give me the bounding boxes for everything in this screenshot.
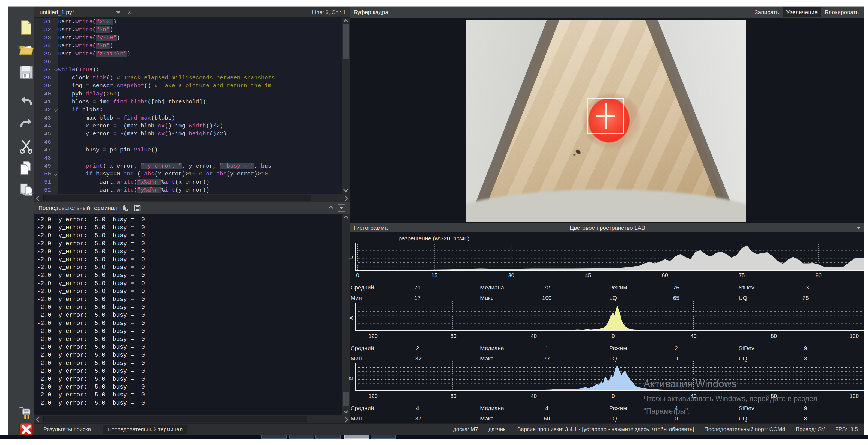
- code-line[interactable]: while(True):: [58, 66, 342, 74]
- histogram-header: Цветовое пространство LAB Гистограмма: [350, 223, 864, 232]
- line-number[interactable]: 51: [34, 178, 58, 186]
- line-number[interactable]: 52: [34, 186, 58, 194]
- open-file-icon[interactable]: [19, 42, 34, 57]
- taskbar-button[interactable]: [315, 435, 341, 439]
- code-line[interactable]: uart.write("y%d\n"%int(y_error)): [58, 186, 342, 194]
- stat-value: 1: [528, 345, 566, 351]
- cut-icon[interactable]: [19, 138, 34, 154]
- save-terminal-icon[interactable]: [133, 204, 141, 213]
- stat-label: Медиана: [480, 405, 504, 411]
- axis-tick: 45: [579, 272, 597, 279]
- tab-serial-terminal[interactable]: Последовательный терминал: [103, 425, 187, 434]
- terminal-hscroll-thumb[interactable]: [43, 416, 307, 422]
- colorspace-dropdown-icon[interactable]: [857, 227, 861, 229]
- line-number[interactable]: 34: [34, 42, 58, 50]
- terminal-header: Последовательный терминал: [34, 202, 350, 214]
- terminal-line: -2.0 y_error: 5.0 busy = 0: [34, 399, 342, 407]
- editor-vscroll-thumb[interactable]: [343, 24, 349, 59]
- code-line[interactable]: [58, 138, 342, 146]
- code-line[interactable]: if busy==0 and ( abs(x_error)>10.0 or ab…: [58, 170, 342, 178]
- stat-value: 17: [398, 295, 437, 301]
- paste-icon[interactable]: [19, 182, 34, 197]
- status-item: Привод: G:/: [796, 426, 825, 433]
- stat-label: Средний: [351, 284, 374, 291]
- tab-search-results[interactable]: Результаты поиска: [39, 425, 95, 434]
- code-line[interactable]: uart.write("x%d\n"%int(x_error)): [58, 178, 342, 186]
- line-number[interactable]: 37: [34, 66, 58, 74]
- copy-icon[interactable]: [19, 160, 34, 176]
- line-number[interactable]: 47: [34, 146, 58, 154]
- taskbar-button[interactable]: [371, 435, 396, 439]
- axis-tick: -40: [523, 393, 542, 399]
- terminal-line: -2.0 y_error: 5.0 busy = 0: [34, 224, 342, 232]
- code-line[interactable]: print( x_error, " y_error: ", y_error, "…: [58, 162, 342, 170]
- code-line[interactable]: [58, 58, 342, 66]
- line-number[interactable]: 43: [34, 114, 58, 122]
- code-line[interactable]: uart.write("\n"): [58, 42, 342, 50]
- tab-dropdown-icon[interactable]: [116, 11, 120, 14]
- status-items: доска: M7датчик:Версия прошивки: 3.4.1 -…: [453, 424, 858, 435]
- editor-vscrollbar[interactable]: [342, 18, 350, 194]
- fold-marker-icon[interactable]: [54, 108, 58, 112]
- code-line[interactable]: uart.write("x10"): [58, 18, 342, 26]
- code-line[interactable]: clock.tick() # Track elapsed millisecond…: [58, 74, 342, 82]
- code-line[interactable]: pyb.delay(250): [58, 90, 342, 98]
- clear-terminal-icon[interactable]: [121, 204, 128, 213]
- code-line[interactable]: x_error = -(max_blob.cx()-img.width()/2): [58, 122, 342, 130]
- toolbar-separator-bottom: [16, 402, 34, 403]
- line-number[interactable]: 50: [34, 170, 58, 178]
- taskbar-button[interactable]: [344, 435, 369, 439]
- code-line[interactable]: busy = p0_pin.value(): [58, 146, 342, 154]
- fb-button-record[interactable]: Записать: [751, 7, 783, 18]
- collapse-terminal-icon[interactable]: [328, 206, 333, 211]
- code-editor[interactable]: uart.write("x10")uart.write("\n")uart.wr…: [58, 18, 342, 194]
- taskbar-button[interactable]: [289, 435, 314, 439]
- fold-marker-icon[interactable]: [54, 68, 58, 71]
- code-line[interactable]: img = sensor.snapshot() # Take a picture…: [58, 82, 342, 90]
- code-line[interactable]: uart.write("\n"): [58, 26, 342, 34]
- line-number[interactable]: 32: [34, 26, 58, 34]
- serial-terminal-output[interactable]: -2.0 y_error: 5.0 busy = 0-2.0 y_error: …: [34, 214, 342, 415]
- terminal-line: -2.0 y_error: 5.0 busy = 0: [34, 256, 342, 263]
- fb-button-disable[interactable]: Блокировать: [821, 7, 862, 18]
- line-number[interactable]: 44: [34, 122, 58, 130]
- line-number[interactable]: 31: [34, 18, 58, 26]
- line-number[interactable]: 40: [34, 90, 58, 98]
- line-number[interactable]: 45: [34, 130, 58, 138]
- code-line[interactable]: [58, 154, 342, 162]
- panel-menu-icon[interactable]: [338, 204, 345, 212]
- terminal-vscroll-thumb[interactable]: [343, 392, 349, 406]
- line-number[interactable]: 33: [34, 34, 58, 42]
- taskbar-button[interactable]: [261, 435, 286, 439]
- fb-button-zoom[interactable]: Увеличение: [783, 7, 822, 18]
- code-line[interactable]: if blobs:: [58, 106, 342, 114]
- terminal-vscrollbar[interactable]: [342, 214, 350, 415]
- save-file-icon[interactable]: [19, 65, 34, 80]
- editor-tab[interactable]: untitled_1.py*: [39, 9, 74, 15]
- redo-icon[interactable]: [19, 117, 34, 132]
- code-line[interactable]: y_error = -(max_blob.cy()-img.height()/2…: [58, 130, 342, 138]
- line-number[interactable]: 48: [34, 154, 58, 162]
- line-number[interactable]: 46: [34, 138, 58, 146]
- code-line[interactable]: blobs = img.find_blobs([obj_threshold]): [58, 98, 342, 106]
- new-file-icon[interactable]: [19, 20, 34, 35]
- code-line[interactable]: max_blob = find_max(blobs): [58, 114, 342, 122]
- connect-icon[interactable]: [19, 405, 34, 420]
- line-number[interactable]: 39: [34, 82, 58, 90]
- line-number[interactable]: 36: [34, 58, 58, 66]
- terminal-hscrollbar[interactable]: [34, 415, 350, 423]
- code-line[interactable]: uart.write("y-50"): [58, 34, 342, 42]
- line-number[interactable]: 42: [34, 106, 58, 114]
- line-number[interactable]: 35: [34, 50, 58, 58]
- code-line[interactable]: uart.write("z-110\n"): [58, 50, 342, 58]
- stat-value: 77: [528, 355, 566, 362]
- line-number[interactable]: 41: [34, 98, 58, 106]
- line-number[interactable]: 38: [34, 74, 58, 82]
- line-number[interactable]: 49: [34, 162, 58, 170]
- tab-close-icon[interactable]: ×: [127, 8, 131, 17]
- editor-hscroll-thumb[interactable]: [43, 195, 311, 201]
- status-item[interactable]: Версия прошивки: 3.4.1 - [устарело - наж…: [517, 426, 694, 433]
- undo-icon[interactable]: [19, 95, 34, 110]
- editor-hscrollbar[interactable]: [34, 194, 350, 202]
- fold-marker-icon[interactable]: [54, 172, 58, 176]
